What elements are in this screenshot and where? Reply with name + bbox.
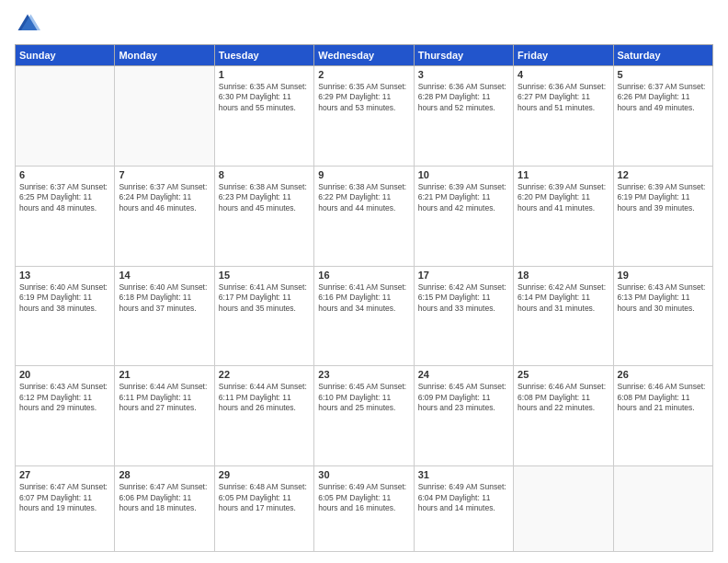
day-info: Sunrise: 6:41 AM Sunset: 6:17 PM Dayligh… bbox=[219, 282, 310, 314]
weekday-header-friday: Friday bbox=[514, 45, 613, 66]
weekday-header-tuesday: Tuesday bbox=[214, 45, 313, 66]
day-number: 13 bbox=[19, 270, 110, 281]
day-cell: 10Sunrise: 6:39 AM Sunset: 6:21 PM Dayli… bbox=[414, 166, 513, 266]
day-info: Sunrise: 6:38 AM Sunset: 6:23 PM Dayligh… bbox=[219, 182, 310, 213]
day-cell: 28Sunrise: 6:47 AM Sunset: 6:06 PM Dayli… bbox=[115, 466, 214, 552]
day-cell: 16Sunrise: 6:41 AM Sunset: 6:16 PM Dayli… bbox=[314, 266, 414, 366]
day-cell: 6Sunrise: 6:37 AM Sunset: 6:25 PM Daylig… bbox=[16, 166, 115, 266]
logo bbox=[15, 11, 44, 37]
day-number: 20 bbox=[19, 369, 110, 380]
day-info: Sunrise: 6:40 AM Sunset: 6:18 PM Dayligh… bbox=[119, 282, 210, 314]
day-cell bbox=[115, 66, 214, 167]
weekday-header-monday: Monday bbox=[115, 45, 214, 66]
day-info: Sunrise: 6:39 AM Sunset: 6:20 PM Dayligh… bbox=[518, 182, 609, 213]
day-cell: 26Sunrise: 6:46 AM Sunset: 6:08 PM Dayli… bbox=[613, 366, 712, 466]
week-row-5: 27Sunrise: 6:47 AM Sunset: 6:07 PM Dayli… bbox=[16, 466, 713, 552]
day-number: 7 bbox=[119, 169, 210, 180]
day-cell: 23Sunrise: 6:45 AM Sunset: 6:10 PM Dayli… bbox=[314, 366, 414, 466]
weekday-header-saturday: Saturday bbox=[613, 45, 712, 66]
day-number: 15 bbox=[219, 270, 310, 281]
day-cell bbox=[16, 66, 115, 167]
day-info: Sunrise: 6:36 AM Sunset: 6:28 PM Dayligh… bbox=[418, 82, 509, 113]
day-number: 11 bbox=[518, 169, 609, 180]
day-cell bbox=[514, 466, 613, 552]
day-number: 31 bbox=[418, 469, 509, 480]
week-row-4: 20Sunrise: 6:43 AM Sunset: 6:12 PM Dayli… bbox=[16, 366, 713, 466]
day-number: 22 bbox=[219, 369, 310, 380]
day-cell: 11Sunrise: 6:39 AM Sunset: 6:20 PM Dayli… bbox=[514, 166, 613, 266]
weekday-header-row: SundayMondayTuesdayWednesdayThursdayFrid… bbox=[16, 45, 713, 66]
day-info: Sunrise: 6:43 AM Sunset: 6:13 PM Dayligh… bbox=[618, 282, 709, 314]
day-number: 29 bbox=[219, 469, 310, 480]
day-cell: 24Sunrise: 6:45 AM Sunset: 6:09 PM Dayli… bbox=[414, 366, 513, 466]
day-number: 23 bbox=[318, 369, 409, 380]
day-info: Sunrise: 6:45 AM Sunset: 6:10 PM Dayligh… bbox=[318, 382, 409, 413]
day-info: Sunrise: 6:41 AM Sunset: 6:16 PM Dayligh… bbox=[318, 282, 409, 314]
day-info: Sunrise: 6:47 AM Sunset: 6:06 PM Dayligh… bbox=[119, 482, 210, 513]
day-info: Sunrise: 6:40 AM Sunset: 6:19 PM Dayligh… bbox=[19, 282, 110, 314]
day-number: 24 bbox=[418, 369, 509, 380]
day-number: 18 bbox=[518, 270, 609, 281]
day-cell: 1Sunrise: 6:35 AM Sunset: 6:30 PM Daylig… bbox=[214, 66, 313, 167]
day-cell bbox=[613, 466, 712, 552]
weekday-header-wednesday: Wednesday bbox=[314, 45, 414, 66]
day-cell: 18Sunrise: 6:42 AM Sunset: 6:14 PM Dayli… bbox=[514, 266, 613, 366]
day-number: 17 bbox=[418, 270, 509, 281]
day-info: Sunrise: 6:49 AM Sunset: 6:05 PM Dayligh… bbox=[318, 482, 409, 513]
day-info: Sunrise: 6:48 AM Sunset: 6:05 PM Dayligh… bbox=[219, 482, 310, 513]
day-cell: 12Sunrise: 6:39 AM Sunset: 6:19 PM Dayli… bbox=[613, 166, 712, 266]
day-info: Sunrise: 6:42 AM Sunset: 6:15 PM Dayligh… bbox=[418, 282, 509, 314]
day-info: Sunrise: 6:39 AM Sunset: 6:19 PM Dayligh… bbox=[618, 182, 709, 213]
day-number: 19 bbox=[618, 270, 709, 281]
week-row-1: 1Sunrise: 6:35 AM Sunset: 6:30 PM Daylig… bbox=[16, 66, 713, 167]
day-cell: 22Sunrise: 6:44 AM Sunset: 6:11 PM Dayli… bbox=[214, 366, 313, 466]
day-number: 14 bbox=[119, 270, 210, 281]
day-number: 21 bbox=[119, 369, 210, 380]
day-info: Sunrise: 6:42 AM Sunset: 6:14 PM Dayligh… bbox=[518, 282, 609, 314]
day-number: 26 bbox=[618, 369, 709, 380]
day-cell: 25Sunrise: 6:46 AM Sunset: 6:08 PM Dayli… bbox=[514, 366, 613, 466]
logo-icon bbox=[15, 11, 40, 37]
day-number: 27 bbox=[19, 469, 110, 480]
day-info: Sunrise: 6:46 AM Sunset: 6:08 PM Dayligh… bbox=[618, 382, 709, 413]
day-number: 28 bbox=[119, 469, 210, 480]
day-number: 25 bbox=[518, 369, 609, 380]
day-info: Sunrise: 6:35 AM Sunset: 6:30 PM Dayligh… bbox=[219, 82, 310, 113]
day-info: Sunrise: 6:46 AM Sunset: 6:08 PM Dayligh… bbox=[518, 382, 609, 413]
day-cell: 17Sunrise: 6:42 AM Sunset: 6:15 PM Dayli… bbox=[414, 266, 513, 366]
calendar-table: SundayMondayTuesdayWednesdayThursdayFrid… bbox=[15, 44, 713, 552]
day-cell: 5Sunrise: 6:37 AM Sunset: 6:26 PM Daylig… bbox=[613, 66, 712, 167]
day-info: Sunrise: 6:44 AM Sunset: 6:11 PM Dayligh… bbox=[219, 382, 310, 413]
day-number: 5 bbox=[618, 69, 709, 80]
day-number: 1 bbox=[219, 69, 310, 80]
calendar-header: SundayMondayTuesdayWednesdayThursdayFrid… bbox=[16, 45, 713, 66]
day-number: 10 bbox=[418, 169, 509, 180]
day-cell: 8Sunrise: 6:38 AM Sunset: 6:23 PM Daylig… bbox=[214, 166, 313, 266]
day-cell: 13Sunrise: 6:40 AM Sunset: 6:19 PM Dayli… bbox=[16, 266, 115, 366]
day-info: Sunrise: 6:43 AM Sunset: 6:12 PM Dayligh… bbox=[19, 382, 110, 413]
day-info: Sunrise: 6:38 AM Sunset: 6:22 PM Dayligh… bbox=[318, 182, 409, 213]
day-info: Sunrise: 6:39 AM Sunset: 6:21 PM Dayligh… bbox=[418, 182, 509, 213]
day-number: 16 bbox=[318, 270, 409, 281]
day-info: Sunrise: 6:37 AM Sunset: 6:26 PM Dayligh… bbox=[618, 82, 709, 113]
day-cell: 15Sunrise: 6:41 AM Sunset: 6:17 PM Dayli… bbox=[214, 266, 313, 366]
day-number: 9 bbox=[318, 169, 409, 180]
calendar-body: 1Sunrise: 6:35 AM Sunset: 6:30 PM Daylig… bbox=[16, 66, 713, 552]
day-cell: 29Sunrise: 6:48 AM Sunset: 6:05 PM Dayli… bbox=[214, 466, 313, 552]
day-cell: 4Sunrise: 6:36 AM Sunset: 6:27 PM Daylig… bbox=[514, 66, 613, 167]
day-info: Sunrise: 6:47 AM Sunset: 6:07 PM Dayligh… bbox=[19, 482, 110, 513]
day-cell: 21Sunrise: 6:44 AM Sunset: 6:11 PM Dayli… bbox=[115, 366, 214, 466]
day-cell: 27Sunrise: 6:47 AM Sunset: 6:07 PM Dayli… bbox=[16, 466, 115, 552]
day-info: Sunrise: 6:45 AM Sunset: 6:09 PM Dayligh… bbox=[418, 382, 509, 413]
day-number: 3 bbox=[418, 69, 509, 80]
day-cell: 3Sunrise: 6:36 AM Sunset: 6:28 PM Daylig… bbox=[414, 66, 513, 167]
day-cell: 14Sunrise: 6:40 AM Sunset: 6:18 PM Dayli… bbox=[115, 266, 214, 366]
day-cell: 31Sunrise: 6:49 AM Sunset: 6:04 PM Dayli… bbox=[414, 466, 513, 552]
weekday-header-thursday: Thursday bbox=[414, 45, 513, 66]
day-number: 2 bbox=[318, 69, 409, 80]
weekday-header-sunday: Sunday bbox=[16, 45, 115, 66]
day-number: 8 bbox=[219, 169, 310, 180]
day-info: Sunrise: 6:44 AM Sunset: 6:11 PM Dayligh… bbox=[119, 382, 210, 413]
day-cell: 19Sunrise: 6:43 AM Sunset: 6:13 PM Dayli… bbox=[613, 266, 712, 366]
week-row-3: 13Sunrise: 6:40 AM Sunset: 6:19 PM Dayli… bbox=[16, 266, 713, 366]
